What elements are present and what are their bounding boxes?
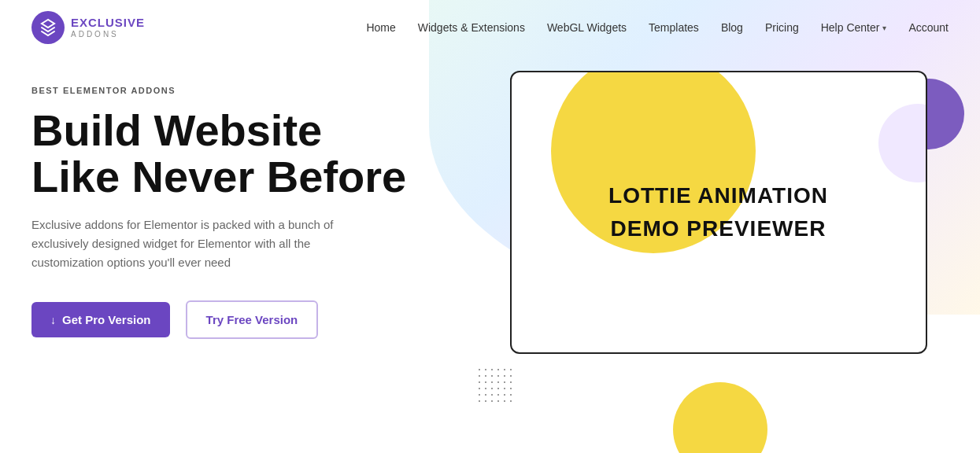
- nav-link-pricing[interactable]: Pricing: [765, 21, 799, 34]
- nav-link-home[interactable]: Home: [366, 21, 395, 34]
- demo-line1: LOTTIE ANIMATION: [608, 183, 828, 208]
- nav-link-account[interactable]: Account: [908, 21, 949, 34]
- logo[interactable]: EXCLUSIVE ADDONS: [31, 11, 145, 44]
- try-free-button[interactable]: Try Free Version: [186, 300, 319, 339]
- demo-box: LOTTIE ANIMATION DEMO PREVIEWER: [510, 71, 927, 354]
- headline-line1: Build Website: [31, 105, 322, 155]
- nav-link-templates[interactable]: Templates: [649, 21, 699, 34]
- nav-link-widgets[interactable]: Widgets & Extensions: [418, 21, 525, 34]
- logo-main-text: EXCLUSIVE: [71, 17, 145, 30]
- hero-headline: Build Website Like Never Before: [31, 108, 441, 201]
- hero-left: BEST ELEMENTOR ADDONS Build Website Like…: [31, 86, 441, 340]
- hero-tagline: BEST ELEMENTOR ADDONS: [31, 86, 441, 95]
- help-center-group[interactable]: Help Center ▾: [821, 21, 887, 34]
- try-free-label: Try Free Version: [206, 313, 298, 326]
- nav-item-account[interactable]: Account: [908, 20, 949, 35]
- hero-section: BEST ELEMENTOR ADDONS Build Website Like…: [0, 55, 980, 354]
- nav-link-blog[interactable]: Blog: [721, 21, 743, 34]
- chevron-down-icon: ▾: [882, 24, 886, 32]
- nav-item-pricing[interactable]: Pricing: [765, 20, 799, 35]
- logo-sub-text: ADDONS: [71, 30, 145, 39]
- nav-item-home[interactable]: Home: [366, 20, 395, 35]
- cta-buttons: ↓ Get Pro Version Try Free Version: [31, 300, 441, 339]
- nav-link-help[interactable]: Help Center: [821, 21, 880, 34]
- nav-item-blog[interactable]: Blog: [721, 20, 743, 35]
- download-icon: ↓: [50, 314, 56, 326]
- nav-item-help[interactable]: Help Center ▾: [821, 21, 887, 34]
- headline-line2: Like Never Before: [31, 152, 406, 201]
- nav-link-webgl[interactable]: WebGL Widgets: [547, 21, 627, 34]
- logo-text-group: EXCLUSIVE ADDONS: [71, 17, 145, 39]
- logo-svg: [39, 18, 57, 37]
- get-pro-button[interactable]: ↓ Get Pro Version: [31, 302, 170, 337]
- nav-item-webgl[interactable]: WebGL Widgets: [547, 20, 627, 35]
- blob-yellow-bottom: [673, 382, 767, 453]
- blob-dots-bottom: [476, 366, 516, 406]
- hero-right: LOTTIE ANIMATION DEMO PREVIEWER: [488, 71, 949, 354]
- demo-line2: DEMO PREVIEWER: [608, 216, 828, 241]
- get-pro-label: Get Pro Version: [62, 313, 151, 326]
- demo-text-container: LOTTIE ANIMATION DEMO PREVIEWER: [608, 183, 828, 241]
- navbar: EXCLUSIVE ADDONS Home Widgets & Extensio…: [0, 0, 980, 55]
- demo-circle-right: [878, 104, 927, 182]
- nav-links: Home Widgets & Extensions WebGL Widgets …: [366, 20, 949, 35]
- nav-item-widgets[interactable]: Widgets & Extensions: [418, 20, 525, 35]
- logo-icon: [31, 11, 65, 44]
- nav-item-templates[interactable]: Templates: [649, 20, 699, 35]
- hero-description: Exclusive addons for Elementor is packed…: [31, 215, 362, 272]
